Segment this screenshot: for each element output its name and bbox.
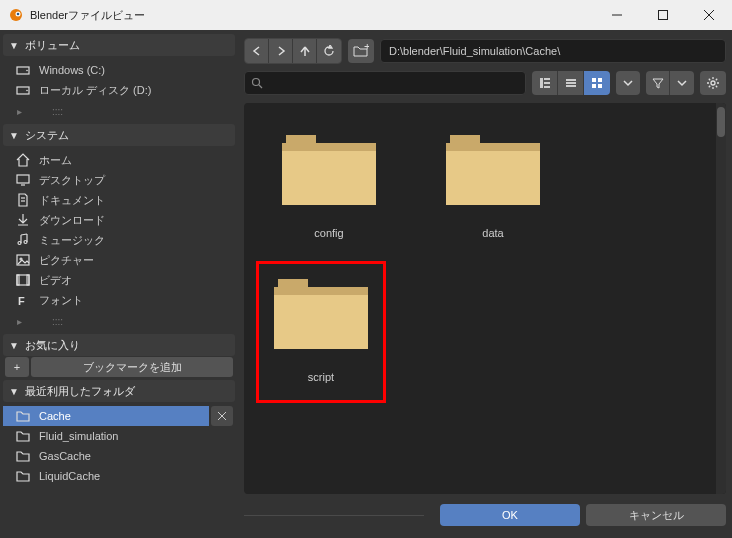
svg-line-45 — [716, 86, 717, 87]
view-thumbnail-button[interactable] — [584, 71, 610, 95]
system-label: ビデオ — [39, 273, 72, 288]
font-icon: F — [15, 292, 31, 308]
svg-text:F: F — [18, 295, 25, 307]
recent-item[interactable]: LiquidCache — [3, 466, 235, 486]
close-button[interactable] — [686, 0, 732, 30]
system-label: ドキュメント — [39, 193, 105, 208]
titlebar: Blenderファイルビュー — [0, 0, 732, 30]
system-item[interactable]: ドキュメント — [3, 190, 235, 210]
favorites-title: お気に入り — [25, 338, 80, 353]
svg-rect-56 — [274, 295, 368, 349]
system-item[interactable]: ビデオ — [3, 270, 235, 290]
recent-label: GasCache — [39, 450, 91, 462]
cancel-label: キャンセル — [629, 508, 684, 523]
disclosure-triangle-icon: ▼ — [9, 40, 19, 51]
panel-header-volumes[interactable]: ▼ ボリューム — [3, 34, 235, 56]
search-input[interactable] — [244, 71, 526, 95]
add-bookmark-button[interactable]: ブックマークを追加 — [31, 357, 233, 377]
tool-dot-icon[interactable]: ▸ — [17, 316, 22, 327]
svg-rect-50 — [282, 151, 376, 205]
svg-line-46 — [709, 86, 710, 87]
system-item[interactable]: ホーム — [3, 150, 235, 170]
system-item[interactable]: ミュージック — [3, 230, 235, 250]
filter-dropdown[interactable] — [670, 71, 694, 95]
view-list-horizontal-button[interactable] — [558, 71, 584, 95]
cancel-button[interactable]: キャンセル — [586, 504, 726, 526]
add-bookmark-plus-button[interactable]: + — [5, 357, 29, 377]
svg-rect-28 — [540, 78, 543, 88]
volume-item[interactable]: ローカル ディスク (D:) — [3, 80, 235, 100]
home-icon — [15, 152, 31, 168]
volume-label: Windows (C:) — [39, 64, 105, 76]
toolbar-view — [244, 69, 726, 97]
desktop-icon — [15, 172, 31, 188]
file-item-data[interactable]: data — [428, 129, 558, 239]
svg-rect-31 — [544, 86, 550, 88]
volume-item[interactable]: Windows (C:) — [3, 60, 235, 80]
svg-point-10 — [26, 90, 28, 92]
file-item-config[interactable]: config — [264, 129, 394, 239]
filter-button[interactable] — [646, 71, 670, 95]
file-label: data — [482, 227, 503, 239]
tool-grip-icon[interactable]: :::: — [52, 316, 63, 327]
recent-item[interactable]: GasCache — [3, 446, 235, 466]
file-label: config — [314, 227, 343, 239]
main-area: + config data — [238, 30, 732, 538]
svg-rect-30 — [544, 82, 550, 84]
search-icon — [251, 77, 263, 89]
minimize-button[interactable] — [594, 0, 640, 30]
svg-rect-37 — [592, 84, 596, 88]
system-label: ホーム — [39, 153, 72, 168]
ok-label: OK — [502, 509, 518, 521]
footer: OK キャンセル — [244, 498, 726, 532]
add-bookmark-label: ブックマークを追加 — [83, 360, 182, 375]
up-button[interactable] — [293, 39, 317, 63]
panel-header-system[interactable]: ▼ システム — [3, 124, 235, 146]
svg-point-39 — [711, 81, 715, 85]
panel-header-recent[interactable]: ▼ 最近利用したフォルダ — [3, 380, 235, 402]
system-item[interactable]: デスクトップ — [3, 170, 235, 190]
system-item[interactable]: ダウンロード — [3, 210, 235, 230]
scrollbar-thumb[interactable] — [717, 107, 725, 137]
file-area: config data script — [244, 103, 726, 494]
recent-item[interactable]: Fluid_simulation — [3, 426, 235, 446]
ok-button[interactable]: OK — [440, 504, 580, 526]
svg-line-27 — [259, 85, 262, 88]
view-list-vertical-button[interactable] — [532, 71, 558, 95]
disclosure-triangle-icon: ▼ — [9, 386, 19, 397]
recent-item[interactable]: Cache — [3, 406, 209, 426]
back-button[interactable] — [245, 39, 269, 63]
volume-label: ローカル ディスク (D:) — [39, 83, 151, 98]
maximize-button[interactable] — [640, 0, 686, 30]
svg-point-2 — [17, 13, 20, 16]
system-label: フォント — [39, 293, 83, 308]
svg-rect-53 — [446, 151, 540, 205]
forward-button[interactable] — [269, 39, 293, 63]
tool-dot-icon[interactable]: ▸ — [17, 106, 22, 117]
refresh-button[interactable] — [317, 39, 341, 63]
settings-button[interactable] — [700, 71, 726, 95]
panel-header-favorites[interactable]: ▼ お気に入り — [3, 334, 235, 356]
file-label: script — [308, 371, 334, 383]
volumes-title: ボリューム — [25, 38, 80, 53]
volumes-tools: ▸ :::: — [3, 100, 235, 122]
remove-recent-button[interactable] — [211, 406, 233, 426]
svg-point-16 — [24, 241, 27, 244]
system-label: ダウンロード — [39, 213, 105, 228]
system-tools: ▸ :::: — [3, 310, 235, 332]
system-item[interactable]: F フォント — [3, 290, 235, 310]
new-folder-button[interactable]: + — [348, 39, 374, 63]
disclosure-triangle-icon: ▼ — [9, 340, 19, 351]
view-options-dropdown[interactable] — [616, 71, 640, 95]
tool-grip-icon[interactable]: :::: — [52, 106, 63, 117]
footer-divider — [244, 515, 424, 516]
system-item[interactable]: ピクチャー — [3, 250, 235, 270]
path-input[interactable] — [380, 39, 726, 63]
scrollbar[interactable] — [716, 103, 726, 494]
recent-label: Cache — [39, 410, 71, 422]
download-icon — [15, 212, 31, 228]
svg-rect-29 — [544, 78, 550, 80]
folder-icon — [274, 273, 368, 349]
window-title: Blenderファイルビュー — [30, 8, 594, 23]
file-item-script[interactable]: script — [256, 261, 386, 403]
